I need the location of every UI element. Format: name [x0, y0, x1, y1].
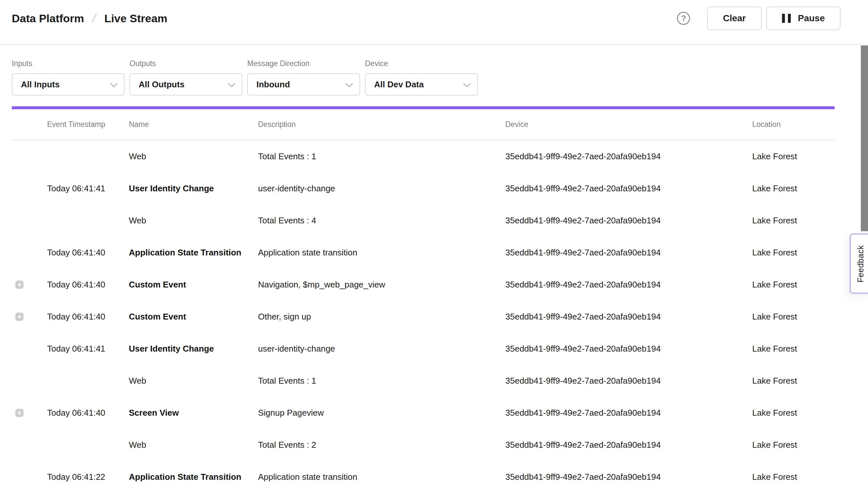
help-icon[interactable]: ? — [677, 12, 690, 25]
event-timestamp: Today 06:41:41 — [47, 183, 129, 193]
outputs-dropdown[interactable]: All Outputs — [129, 73, 242, 95]
filter-inputs: Inputs All Inputs — [12, 59, 125, 95]
header-actions: ? Clear Pause — [677, 6, 840, 30]
expand-cell — [12, 441, 47, 449]
event-location: Lake Forest — [752, 280, 835, 290]
expand-plus-icon[interactable]: + — [16, 281, 24, 289]
device-dropdown[interactable]: All Dev Data — [365, 73, 478, 95]
accent-divider — [12, 106, 835, 109]
event-device: 35eddb41-9ff9-49e2-7aed-20afa90eb194 — [505, 248, 752, 258]
event-description: Application state transition — [258, 248, 505, 258]
event-name: Web — [129, 151, 258, 161]
event-device: 35eddb41-9ff9-49e2-7aed-20afa90eb194 — [505, 312, 752, 322]
expand-cell — [12, 473, 47, 481]
expand-plus-icon[interactable]: + — [16, 313, 24, 321]
event-name: Web — [129, 215, 258, 226]
pause-button[interactable]: Pause — [766, 6, 841, 30]
expand-cell — [12, 216, 47, 225]
event-device: 35eddb41-9ff9-49e2-7aed-20afa90eb194 — [505, 151, 752, 161]
table-row[interactable]: Today 06:41:41 User Identity Change user… — [12, 172, 835, 204]
pause-button-label: Pause — [798, 13, 825, 24]
table-row[interactable]: + Today 06:41:40 Custom Event Other, sig… — [12, 301, 835, 333]
breadcrumb-separator: / — [91, 11, 97, 25]
expand-cell — [12, 184, 47, 193]
event-device: 35eddb41-9ff9-49e2-7aed-20afa90eb194 — [505, 183, 752, 193]
chevron-down-icon — [228, 80, 236, 87]
chevron-down-icon — [463, 80, 471, 87]
column-header-device: Device — [505, 120, 752, 129]
filter-outputs-label: Outputs — [129, 59, 242, 68]
chevron-down-icon — [346, 80, 353, 87]
table-header-row: Event Timestamp Name Description Device … — [12, 109, 835, 140]
inputs-dropdown[interactable]: All Inputs — [12, 73, 125, 95]
events-table: Event Timestamp Name Description Device … — [12, 109, 835, 486]
table-row[interactable]: + Today 06:41:40 Custom Event Navigation… — [12, 269, 835, 301]
event-description: Total Events : 1 — [258, 376, 505, 386]
event-device: 35eddb41-9ff9-49e2-7aed-20afa90eb194 — [505, 408, 752, 418]
column-header-description: Description — [258, 120, 505, 129]
event-location: Lake Forest — [752, 376, 835, 386]
event-description: Application state transition — [258, 472, 505, 482]
event-location: Lake Forest — [752, 215, 835, 226]
event-location: Lake Forest — [752, 472, 835, 482]
event-device: 35eddb41-9ff9-49e2-7aed-20afa90eb194 — [505, 280, 752, 290]
event-description: user-identity-change — [258, 344, 505, 354]
filter-inputs-label: Inputs — [12, 59, 125, 68]
column-header-location: Location — [752, 120, 835, 129]
event-description: user-identity-change — [258, 183, 505, 193]
table-row[interactable]: Today 06:41:41 User Identity Change user… — [12, 333, 835, 365]
event-device: 35eddb41-9ff9-49e2-7aed-20afa90eb194 — [505, 376, 752, 386]
expand-cell: + — [12, 313, 47, 321]
expand-cell — [12, 345, 47, 353]
event-timestamp: Today 06:41:22 — [47, 472, 129, 482]
event-name: Web — [129, 440, 258, 450]
event-timestamp: Today 06:41:40 — [47, 248, 129, 258]
event-description: Navigation, $mp_web_page_view — [258, 280, 505, 290]
event-name: Application State Transition — [129, 472, 258, 482]
device-dropdown-value: All Dev Data — [374, 80, 424, 90]
event-location: Lake Forest — [752, 408, 835, 418]
table-row[interactable]: Web Total Events : 1 35eddb41-9ff9-49e2-… — [12, 140, 835, 172]
event-device: 35eddb41-9ff9-49e2-7aed-20afa90eb194 — [505, 440, 752, 450]
table-row[interactable]: Web Total Events : 1 35eddb41-9ff9-49e2-… — [12, 365, 835, 397]
event-description: Signup Pageview — [258, 408, 505, 418]
event-timestamp: Today 06:41:41 — [47, 344, 129, 354]
expand-cell — [12, 152, 47, 160]
event-name: Web — [129, 376, 258, 386]
event-location: Lake Forest — [752, 312, 835, 322]
event-timestamp: Today 06:41:40 — [47, 312, 129, 322]
feedback-tab[interactable]: Feedback — [850, 234, 868, 294]
filter-message-direction-label: Message Direction — [247, 59, 360, 68]
pause-icon — [782, 14, 791, 23]
filter-device: Device All Dev Data — [365, 59, 478, 95]
event-device: 35eddb41-9ff9-49e2-7aed-20afa90eb194 — [505, 215, 752, 226]
vertical-scrollbar-thumb[interactable] — [861, 45, 868, 231]
breadcrumb-data-platform[interactable]: Data Platform — [12, 12, 84, 25]
column-header-name: Name — [129, 120, 258, 129]
filter-message-direction: Message Direction Inbound — [247, 59, 360, 95]
table-row[interactable]: Web Total Events : 2 35eddb41-9ff9-49e2-… — [12, 429, 835, 461]
event-description: Total Events : 1 — [258, 151, 505, 161]
event-timestamp: Today 06:41:40 — [47, 280, 129, 290]
breadcrumb: Data Platform / Live Stream — [12, 6, 167, 30]
live-stream-page: Data Platform / Live Stream ? Clear Paus… — [0, 0, 868, 486]
expand-cell — [12, 248, 47, 257]
table-row[interactable]: Today 06:41:22 Application State Transit… — [12, 461, 835, 486]
message-direction-dropdown[interactable]: Inbound — [247, 73, 360, 95]
table-body: Web Total Events : 1 35eddb41-9ff9-49e2-… — [12, 140, 835, 486]
expand-cell — [12, 377, 47, 385]
page-title: Live Stream — [104, 12, 167, 25]
expand-plus-icon[interactable]: + — [16, 409, 24, 417]
feedback-tab-label: Feedback — [856, 245, 866, 282]
event-device: 35eddb41-9ff9-49e2-7aed-20afa90eb194 — [505, 344, 752, 354]
event-description: Total Events : 2 — [258, 440, 505, 450]
event-name: Custom Event — [129, 280, 258, 290]
table-row[interactable]: Today 06:41:40 Application State Transit… — [12, 237, 835, 269]
outputs-dropdown-value: All Outputs — [139, 80, 184, 90]
event-location: Lake Forest — [752, 248, 835, 258]
table-row[interactable]: Web Total Events : 4 35eddb41-9ff9-49e2-… — [12, 204, 835, 237]
inputs-dropdown-value: All Inputs — [21, 80, 60, 90]
clear-button[interactable]: Clear — [707, 6, 762, 30]
event-name: Application State Transition — [129, 248, 258, 258]
table-row[interactable]: + Today 06:41:40 Screen View Signup Page… — [12, 397, 835, 429]
